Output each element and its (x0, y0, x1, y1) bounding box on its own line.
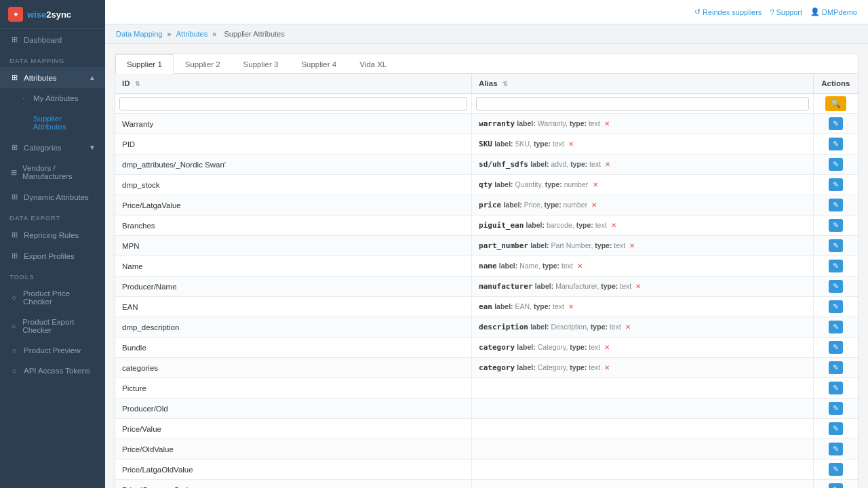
edit-button[interactable]: ✎ (829, 321, 843, 333)
tab-supplier-5[interactable]: Vida XL (348, 54, 398, 74)
delete-alias-icon[interactable]: ✕ (625, 323, 631, 331)
sidebar-item-attributes[interactable]: ⊞ Attributes ▲ (0, 67, 105, 88)
table-row: Picture ✎ (115, 378, 858, 399)
alias-filter-input[interactable] (476, 97, 809, 110)
user-link[interactable]: 👤 DMPdemo (810, 7, 857, 16)
cell-actions: ✎ (813, 317, 858, 338)
cell-alias: manufacturer label: Manufacturer, type: … (472, 277, 814, 297)
delete-alias-icon[interactable]: ✕ (604, 364, 610, 371)
cell-actions: ✎ (813, 114, 858, 134)
sidebar-item-product-preview[interactable]: ○ Product Preview (0, 340, 105, 361)
edit-button[interactable]: ✎ (829, 422, 843, 435)
section-label-tools: TOOLS (0, 266, 105, 283)
edit-button[interactable]: ✎ (829, 443, 843, 455)
edit-button[interactable]: ✎ (829, 300, 843, 313)
breadcrumb-current: Supplier Attributes (224, 30, 284, 38)
sidebar-item-export-profiles[interactable]: ⊞ Export Profiles (0, 245, 105, 266)
id-filter-input[interactable] (119, 97, 467, 110)
edit-button[interactable]: ✎ (829, 158, 843, 171)
cell-id: Picture (115, 378, 472, 399)
edit-button[interactable]: ✎ (829, 341, 843, 354)
cell-id: Producer/Name (115, 277, 472, 297)
cell-id: Branches (115, 216, 472, 236)
cell-alias (472, 439, 814, 460)
delete-alias-icon[interactable]: ✕ (635, 283, 641, 290)
edit-button[interactable]: ✎ (829, 463, 843, 476)
sidebar-item-api-tokens[interactable]: ○ API Access Tokens (0, 361, 105, 381)
logo-area: ✦ wise2sync (0, 0, 105, 29)
mapping-table: ID ⇅ Alias ⇅ Actions 🔍 (115, 74, 858, 488)
table-row: Name name label: Name, type: text ✕ ✎ (115, 256, 858, 277)
sidebar-item-dynamic-attributes[interactable]: ⊞ Dynamic Attributes (0, 186, 105, 207)
table-row: dmp_attributes/_Nordic Swan' sd/uhf_sdfs… (115, 155, 858, 175)
delete-alias-icon[interactable]: ✕ (611, 222, 616, 229)
delete-alias-icon[interactable]: ✕ (604, 120, 610, 127)
edit-button[interactable]: ✎ (829, 239, 843, 252)
table-row: Warranty warranty label: Warranty, type:… (115, 114, 858, 134)
table-row: Branches piguit_ean label: barcode, type… (115, 216, 858, 236)
delete-alias-icon[interactable]: ✕ (577, 262, 583, 270)
cell-alias (472, 378, 814, 399)
sidebar-item-my-attributes[interactable]: · My Attributes (0, 88, 105, 108)
table-row: PID SKU label: SKU, type: text ✕ ✎ (115, 134, 858, 155)
filter-button[interactable]: 🔍 (825, 96, 846, 111)
sidebar-item-categories[interactable]: ⊞ Categories ▼ (0, 137, 105, 158)
cell-actions: ✎ (813, 155, 858, 175)
cell-alias (472, 399, 814, 419)
cell-actions: ✎ (813, 378, 858, 399)
tab-supplier-3[interactable]: Supplier 3 (232, 54, 290, 74)
dashboard-icon: ⊞ (9, 35, 19, 44)
content-area: Supplier 1Supplier 2Supplier 3Supplier 4… (105, 44, 868, 488)
cell-actions: ✎ (813, 399, 858, 419)
sort-id-icon[interactable]: ⇅ (135, 81, 140, 87)
edit-button[interactable]: ✎ (829, 260, 843, 272)
edit-button[interactable]: ✎ (829, 219, 843, 232)
cell-id: Producer/Old (115, 399, 472, 419)
sidebar-item-supplier-attributes[interactable]: · Supplier Attributes (0, 108, 105, 137)
sidebar-item-price-checker[interactable]: ○ Product Price Checker (0, 283, 105, 312)
breadcrumb-attributes[interactable]: Attributes (176, 30, 208, 38)
tab-supplier-4[interactable]: Supplier 4 (290, 54, 348, 74)
table-row: Producer/Old ✎ (115, 399, 858, 419)
tab-supplier-2[interactable]: Supplier 2 (174, 54, 232, 74)
cell-actions: ✎ (813, 358, 858, 378)
edit-button[interactable]: ✎ (829, 402, 843, 415)
edit-button[interactable]: ✎ (829, 138, 843, 150)
supplier-tabs: Supplier 1Supplier 2Supplier 3Supplier 4… (115, 54, 858, 74)
price-checker-icon: ○ (9, 293, 18, 302)
delete-alias-icon[interactable]: ✕ (568, 303, 574, 310)
delete-alias-icon[interactable]: ✕ (568, 140, 574, 148)
table-row: dmp_description description label: Descr… (115, 317, 858, 338)
export-checker-icon: ○ (9, 322, 18, 330)
sidebar-item-export-checker[interactable]: ○ Product Export Checker (0, 312, 105, 340)
delete-alias-icon[interactable]: ✕ (629, 242, 635, 249)
vendors-icon: ⊞ (9, 168, 18, 177)
delete-alias-icon[interactable]: ✕ (605, 161, 610, 168)
sidebar-item-vendors[interactable]: ⊞ Vendors / Manufacturers (0, 158, 105, 186)
mapping-table-container: ID ⇅ Alias ⇅ Actions 🔍 (115, 74, 858, 488)
user-icon: 👤 (810, 7, 820, 16)
edit-button[interactable]: ✎ (829, 199, 843, 211)
edit-button[interactable]: ✎ (829, 117, 843, 130)
edit-button[interactable]: ✎ (829, 361, 843, 374)
edit-button[interactable]: ✎ (829, 382, 843, 394)
api-icon: ○ (9, 367, 19, 375)
breadcrumb: Data Mapping » Attributes » Supplier Att… (105, 24, 868, 44)
edit-button[interactable]: ✎ (829, 178, 843, 191)
sort-alias-icon[interactable]: ⇅ (502, 81, 508, 87)
delete-alias-icon[interactable]: ✕ (604, 344, 610, 351)
support-link[interactable]: ? Support (770, 8, 802, 16)
delete-alias-icon[interactable]: ✕ (593, 181, 598, 188)
sidebar-item-dashboard[interactable]: ⊞ Dashboard (0, 29, 105, 50)
reindex-suppliers-link[interactable]: ↺ Reindex suppliers (694, 7, 762, 16)
delete-alias-icon[interactable]: ✕ (591, 201, 597, 209)
tab-supplier-1[interactable]: Supplier 1 (115, 54, 174, 74)
sidebar-item-repricing[interactable]: ⊞ Repricing Rules (0, 224, 105, 245)
edit-button[interactable]: ✎ (829, 483, 843, 488)
chevron-icon: ▲ (89, 74, 96, 81)
edit-button[interactable]: ✎ (829, 280, 843, 293)
col-header-actions: Actions (813, 74, 858, 94)
cell-alias: ean label: EAN, type: text ✕ (472, 297, 814, 317)
my-attributes-icon: · (19, 94, 28, 102)
breadcrumb-data-mapping[interactable]: Data Mapping (116, 30, 163, 38)
